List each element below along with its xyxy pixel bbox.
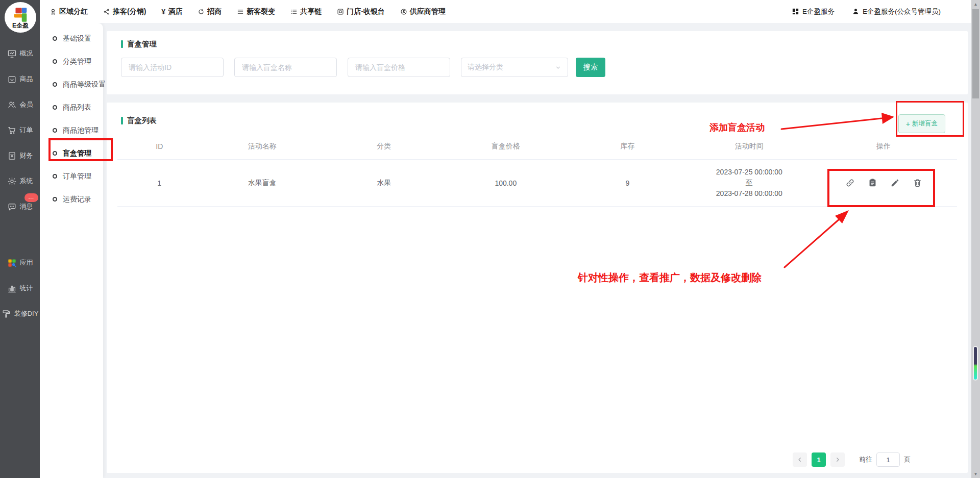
next-page-button[interactable] bbox=[830, 452, 845, 467]
circle-icon bbox=[53, 36, 57, 41]
primary-nav: 概况 商品 会员 订单 财务 系统 bbox=[0, 41, 40, 219]
vertical-scrollbar[interactable]: ▲ ▼ bbox=[971, 0, 980, 478]
circle-icon bbox=[53, 105, 57, 110]
account-menu[interactable]: E企盈服务(公众号管理员) bbox=[852, 7, 941, 16]
topbar-item-region-bonus[interactable]: 区域分红 bbox=[50, 7, 88, 16]
topbar-item-liebian[interactable]: 新客裂变 bbox=[237, 7, 275, 16]
message-icon bbox=[7, 202, 17, 212]
sidebar-label: 消息 bbox=[20, 202, 33, 211]
add-blindbox-button[interactable]: + 新增盲盒 bbox=[898, 114, 945, 133]
data-report-icon bbox=[868, 178, 877, 188]
sidebar-item-overview[interactable]: 概况 bbox=[0, 41, 40, 66]
list-icon bbox=[290, 8, 298, 15]
menu-item-goods-level[interactable]: 商品等级设置 bbox=[40, 73, 103, 96]
cell-stock: 9 bbox=[567, 160, 689, 207]
scroll-down-icon[interactable]: ▼ bbox=[971, 470, 980, 478]
sidebar-item-member[interactable]: 会员 bbox=[0, 92, 40, 117]
blindbox-price-input[interactable] bbox=[348, 58, 450, 77]
primary-nav-secondary: 应用 统计 装修DIY bbox=[0, 250, 40, 326]
menu-item-goods-pool[interactable]: 商品池管理 bbox=[40, 119, 103, 142]
edit-button[interactable] bbox=[890, 178, 900, 188]
blindbox-table: ID 活动名称 分类 盲盒价格 库存 活动时间 操作 1 水果盲盒 水果 100 bbox=[117, 134, 957, 207]
time-end: 2023-07-28 00:00:00 bbox=[689, 188, 811, 199]
menu-label: 基础设置 bbox=[63, 34, 91, 43]
blindbox-name-input[interactable] bbox=[234, 58, 337, 77]
sidebar-label: 统计 bbox=[20, 284, 33, 293]
sidebar-item-goods[interactable]: 商品 bbox=[0, 66, 40, 92]
sidebar-item-stats[interactable]: 统计 bbox=[0, 275, 40, 301]
activity-id-input[interactable] bbox=[121, 58, 224, 77]
promotion-link-icon bbox=[845, 178, 855, 188]
sidebar-item-apps[interactable]: 应用 bbox=[0, 250, 40, 275]
cell-actions bbox=[810, 160, 957, 207]
topbar-item-zhaoshang[interactable]: 招商 bbox=[198, 7, 222, 16]
plus-icon: + bbox=[906, 121, 910, 127]
message-count-badge: ... bbox=[24, 193, 38, 202]
account-label: E企盈服务(公众号管理员) bbox=[863, 7, 941, 16]
circle-icon bbox=[53, 82, 57, 87]
prev-page-button[interactable] bbox=[793, 452, 807, 467]
menu-label: 商品池管理 bbox=[63, 126, 99, 135]
chevron-left-icon bbox=[797, 457, 803, 463]
page-unit-label: 页 bbox=[904, 455, 911, 464]
topbar-item-supplier[interactable]: 供应商管理 bbox=[400, 7, 446, 16]
search-card-title: 盲盒管理 bbox=[121, 39, 953, 49]
delete-button[interactable] bbox=[913, 178, 922, 188]
menu-item-goods-list[interactable]: 商品列表 bbox=[40, 96, 103, 119]
goto-page-input[interactable] bbox=[876, 452, 900, 467]
circle-icon bbox=[53, 128, 57, 133]
scrollbar-thumb[interactable] bbox=[972, 9, 979, 98]
category-select[interactable]: 请选择分类 bbox=[461, 58, 568, 77]
sidebar-label: 订单 bbox=[20, 125, 33, 135]
topbar-label: 新客裂变 bbox=[247, 7, 275, 16]
logo-text: E企盈 bbox=[12, 21, 29, 30]
col-stock: 库存 bbox=[567, 134, 689, 160]
search-form: 请选择分类 搜索 bbox=[121, 58, 953, 77]
sidebar-item-diy[interactable]: 装修DIY bbox=[0, 301, 40, 326]
sidebar-item-order[interactable]: 订单 bbox=[0, 117, 40, 143]
menu-item-blindbox[interactable]: 盲盒管理 bbox=[40, 142, 103, 165]
paint-roller-icon bbox=[2, 309, 11, 319]
menu-item-basic-settings[interactable]: 基础设置 bbox=[40, 27, 103, 50]
pagination: 1 前往 页 bbox=[793, 452, 911, 467]
service-menu[interactable]: E企盈服务 bbox=[792, 7, 835, 16]
menu-item-freight[interactable]: 运费记录 bbox=[40, 188, 103, 211]
topbar: 区域分红 推客(分销) ¥ 酒店 招商 新客裂变 共享链 门店-收银台 供应商管 bbox=[40, 0, 971, 23]
menu-item-category[interactable]: 分类管理 bbox=[40, 50, 103, 73]
topbar-item-gongxianglian[interactable]: 共享链 bbox=[290, 7, 322, 16]
sidebar-label: 应用 bbox=[20, 258, 33, 267]
data-report-button[interactable] bbox=[868, 178, 877, 188]
scroll-up-icon[interactable]: ▲ bbox=[971, 0, 980, 8]
menu-item-order-manage[interactable]: 订单管理 bbox=[40, 165, 103, 188]
menu-label: 盲盒管理 bbox=[63, 149, 91, 158]
time-separator: 至 bbox=[689, 178, 811, 188]
topbar-label: 区域分红 bbox=[59, 7, 88, 16]
share-icon bbox=[103, 8, 110, 15]
cell-activity-time: 2023-07-25 00:00:00 至 2023-07-28 00:00:0… bbox=[689, 160, 811, 207]
col-category: 分类 bbox=[323, 134, 445, 160]
cell-id: 1 bbox=[117, 160, 202, 207]
sidebar-item-system[interactable]: 系统 bbox=[0, 168, 40, 194]
yen-icon: ¥ bbox=[161, 8, 165, 16]
topbar-item-mendian[interactable]: 门店-收银台 bbox=[337, 7, 385, 16]
logo[interactable]: E企盈 bbox=[5, 2, 36, 33]
menu-label: 订单管理 bbox=[63, 172, 91, 181]
stats-icon bbox=[7, 284, 17, 293]
overview-icon bbox=[7, 49, 17, 59]
logo-mark-icon bbox=[12, 7, 29, 22]
menu-label: 商品等级设置 bbox=[63, 80, 106, 89]
sidebar-item-message[interactable]: 消息 ... bbox=[0, 194, 40, 219]
topbar-item-tuike[interactable]: 推客(分销) bbox=[103, 7, 146, 16]
sidebar-label: 财务 bbox=[20, 151, 33, 160]
delete-trash-icon bbox=[913, 178, 922, 188]
promotion-link-button[interactable] bbox=[845, 178, 855, 188]
sidebar-item-finance[interactable]: 财务 bbox=[0, 143, 40, 168]
current-page-button[interactable]: 1 bbox=[812, 452, 826, 467]
circle-icon bbox=[53, 174, 57, 179]
topbar-item-hotel[interactable]: ¥ 酒店 bbox=[161, 7, 182, 16]
cell-category: 水果 bbox=[323, 160, 445, 207]
circle-icon bbox=[53, 197, 57, 202]
recycle-icon bbox=[198, 8, 205, 15]
main-content: 盲盒管理 请选择分类 搜索 盲盒列表 + 新增盲盒 bbox=[103, 23, 971, 478]
search-button[interactable]: 搜索 bbox=[576, 58, 605, 77]
